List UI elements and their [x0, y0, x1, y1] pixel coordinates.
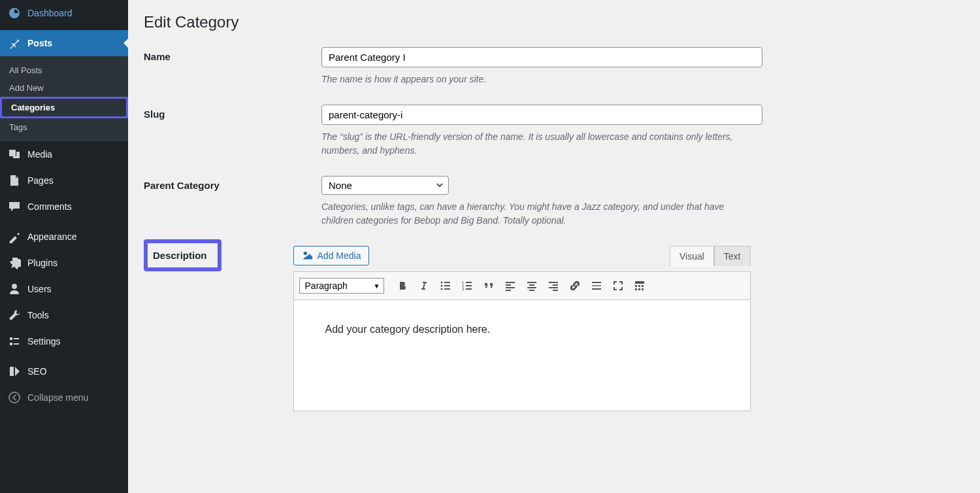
main-content: Edit Category Name The name is how it ap…: [128, 0, 980, 493]
sidebar-collapse[interactable]: Collapse menu: [0, 384, 128, 411]
svg-rect-32: [642, 285, 644, 287]
name-help: The name is how it appears on your site.: [321, 73, 740, 86]
bullet-list-button[interactable]: [436, 276, 455, 296]
sidebar-sub-all-posts[interactable]: All Posts: [0, 61, 128, 79]
svg-rect-11: [466, 285, 472, 286]
italic-button[interactable]: [414, 276, 434, 296]
seo-icon: [8, 365, 21, 378]
page-title: Edit Category: [144, 13, 964, 31]
slug-label: Slug: [144, 105, 321, 120]
svg-point-4: [440, 285, 442, 287]
tab-visual[interactable]: Visual: [670, 246, 714, 266]
editor-tabs: Visual Text: [670, 246, 751, 266]
sidebar-label: Media: [27, 149, 52, 160]
editor-canvas[interactable]: Add your category description here.: [293, 300, 751, 411]
svg-rect-17: [506, 290, 511, 291]
slug-input[interactable]: [321, 105, 762, 125]
name-label: Name: [144, 47, 321, 62]
svg-rect-18: [527, 282, 536, 283]
svg-rect-20: [527, 287, 536, 288]
sidebar-item-posts[interactable]: Posts: [0, 30, 128, 56]
svg-rect-25: [553, 290, 558, 291]
sidebar-item-appearance[interactable]: Appearance: [0, 224, 128, 250]
parent-help: Categories, unlike tags, can have a hier…: [321, 200, 740, 228]
fullscreen-button[interactable]: [608, 276, 628, 296]
dashboard-icon: [8, 7, 21, 20]
svg-point-0: [9, 392, 20, 403]
field-row-parent: Parent Category None Categories, unlike …: [144, 176, 964, 228]
align-center-button[interactable]: [522, 276, 542, 296]
numbered-list-button[interactable]: 123: [457, 276, 477, 296]
svg-rect-7: [444, 288, 450, 290]
svg-rect-27: [592, 285, 601, 286]
sidebar-item-media[interactable]: Media: [0, 141, 128, 167]
link-button[interactable]: [565, 276, 585, 296]
sidebar-item-settings[interactable]: Settings: [0, 328, 128, 354]
align-left-button[interactable]: [500, 276, 520, 296]
sidebar-sub-add-new[interactable]: Add New: [0, 79, 128, 97]
editor-toolbar: Paragraph ▼ 123: [293, 271, 751, 300]
name-input[interactable]: [321, 47, 762, 67]
svg-rect-15: [506, 284, 511, 286]
slug-help: The “slug” is the URL-friendly version o…: [321, 130, 740, 158]
sidebar-sub-categories[interactable]: Categories: [0, 97, 128, 118]
sidebar-item-dashboard[interactable]: Dashboard: [0, 0, 128, 26]
sidebar-label: Tools: [27, 310, 49, 320]
svg-point-6: [440, 288, 442, 290]
sidebar-label: Posts: [27, 38, 52, 48]
parent-label: Parent Category: [144, 176, 321, 191]
bold-button[interactable]: [393, 276, 412, 296]
add-media-button[interactable]: Add Media: [293, 246, 370, 265]
sidebar-label: SEO: [27, 366, 47, 377]
svg-rect-16: [506, 287, 515, 288]
field-row-description: Description Add Media Visual Text Paragr…: [144, 246, 964, 411]
pages-icon: [8, 174, 21, 187]
sidebar-label: Users: [27, 284, 52, 294]
sidebar-item-pages[interactable]: Pages: [0, 167, 128, 194]
svg-rect-30: [635, 285, 637, 287]
align-right-button[interactable]: [544, 276, 563, 296]
svg-rect-35: [642, 288, 644, 290]
svg-rect-28: [592, 288, 601, 290]
settings-icon: [8, 335, 21, 348]
svg-rect-33: [635, 288, 637, 290]
svg-rect-34: [638, 288, 640, 290]
admin-sidebar: Dashboard Posts All Posts Add New Catego…: [0, 0, 128, 493]
collapse-icon: [8, 391, 21, 404]
tab-text[interactable]: Text: [714, 246, 751, 266]
users-icon: [8, 282, 21, 296]
sidebar-label: Dashboard: [27, 8, 73, 18]
sidebar-item-comments[interactable]: Comments: [0, 194, 128, 220]
parent-select[interactable]: None: [321, 176, 449, 195]
sidebar-label: Collapse menu: [27, 392, 88, 403]
svg-point-1: [303, 252, 306, 255]
svg-rect-3: [444, 282, 450, 283]
comments-icon: [8, 200, 21, 213]
sidebar-label: Pages: [27, 175, 54, 186]
svg-rect-26: [592, 282, 601, 283]
sidebar-label: Settings: [27, 336, 61, 347]
quote-button[interactable]: [479, 276, 498, 296]
sidebar-item-users[interactable]: Users: [0, 276, 128, 302]
sidebar-sub-tags[interactable]: Tags: [0, 118, 128, 136]
format-select[interactable]: Paragraph: [299, 278, 384, 294]
sidebar-item-tools[interactable]: Tools: [0, 302, 128, 328]
sidebar-item-plugins[interactable]: Plugins: [0, 250, 128, 276]
svg-rect-29: [635, 281, 644, 284]
sidebar-item-seo[interactable]: SEO: [0, 358, 128, 384]
toolbar-toggle-button[interactable]: [630, 276, 649, 296]
insert-more-button[interactable]: [587, 276, 606, 296]
svg-rect-5: [444, 285, 450, 286]
svg-rect-23: [553, 284, 558, 286]
add-media-label: Add Media: [318, 250, 361, 261]
pin-icon: [8, 37, 21, 50]
svg-text:3: 3: [462, 287, 465, 291]
media-icon: [8, 148, 21, 161]
svg-rect-24: [549, 287, 558, 288]
svg-point-2: [440, 282, 442, 284]
media-icon: [302, 250, 314, 262]
sidebar-label: Plugins: [27, 258, 57, 268]
svg-rect-13: [466, 288, 472, 290]
svg-rect-9: [466, 282, 472, 283]
sidebar-posts-submenu: All Posts Add New Categories Tags: [0, 56, 128, 141]
